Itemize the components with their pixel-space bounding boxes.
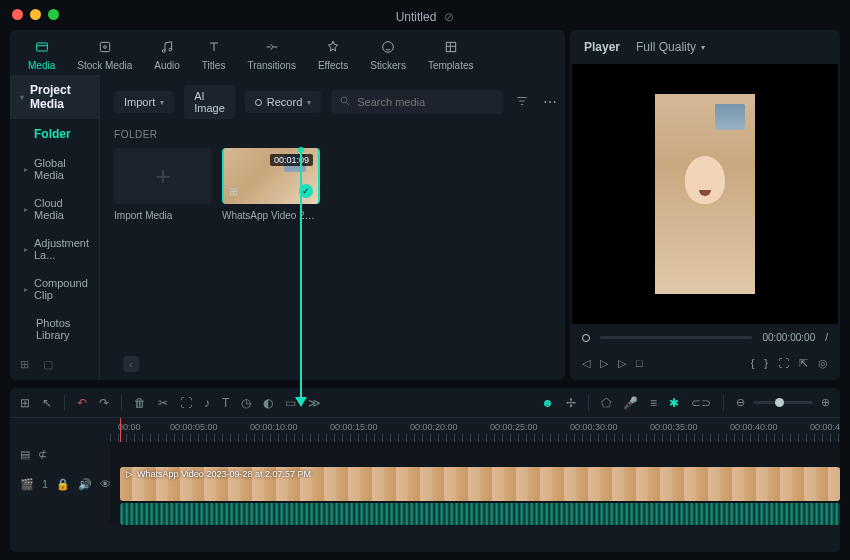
- clip-icon: ▷: [126, 469, 133, 479]
- player-label: Player: [584, 40, 620, 54]
- sidebar-item-cloud[interactable]: ▸Cloud Media: [10, 189, 99, 229]
- pointer-icon[interactable]: ↖: [42, 396, 52, 410]
- zoom-slider[interactable]: [753, 401, 813, 404]
- tab-titles[interactable]: Titles: [202, 38, 226, 71]
- text-icon[interactable]: T: [222, 396, 229, 410]
- player-viewport[interactable]: [572, 64, 838, 324]
- video-track[interactable]: 🎬 1 🔒 🔊 👁 ▷WhatsApp Video 2023-09-28 at …: [10, 466, 840, 502]
- record-button[interactable]: Record▾: [245, 91, 321, 113]
- svg-rect-6: [446, 42, 455, 51]
- sidebar-item-adjustment[interactable]: ▸Adjustment La...: [10, 229, 99, 269]
- import-button[interactable]: Import▾: [114, 91, 174, 113]
- svg-point-3: [162, 50, 165, 53]
- record-icon: [255, 99, 262, 106]
- delete-icon[interactable]: 🗑: [134, 396, 146, 410]
- track-number: 1: [42, 478, 48, 490]
- scrub-track[interactable]: [600, 336, 752, 339]
- new-folder-icon[interactable]: ⊞: [20, 358, 29, 371]
- project-media-header[interactable]: ▾Project Media: [10, 75, 99, 119]
- sidebar-item-global[interactable]: ▸Global Media: [10, 149, 99, 189]
- tab-stickers[interactable]: Stickers: [370, 38, 406, 71]
- templates-icon: [442, 38, 460, 56]
- snap-icon[interactable]: ✱: [669, 396, 679, 410]
- prev-frame-icon[interactable]: ◁: [582, 357, 590, 370]
- snapshot-icon[interactable]: ◎: [818, 357, 828, 370]
- titlebar: Untitled ⊘: [0, 10, 850, 24]
- adjust-icon[interactable]: ✢: [566, 396, 576, 410]
- audio-icon: [158, 38, 176, 56]
- tab-transitions[interactable]: Transitions: [247, 38, 296, 71]
- more-icon[interactable]: ⋯: [541, 92, 559, 112]
- playhead[interactable]: [120, 418, 121, 442]
- mute-icon[interactable]: 🔊: [78, 478, 92, 491]
- tab-media[interactable]: Media: [28, 38, 55, 71]
- scrub-bar[interactable]: 00:00:00:00 /: [570, 324, 840, 351]
- media-toolbar: Import▾ AI Image Record▾ ⋯: [114, 85, 559, 119]
- quality-dropdown[interactable]: Full Quality▾: [636, 40, 705, 54]
- tab-effects[interactable]: Effects: [318, 38, 348, 71]
- play-icon[interactable]: ▷: [600, 357, 608, 370]
- mixer-icon[interactable]: ≡: [650, 396, 657, 410]
- folder-active[interactable]: Folder: [10, 119, 99, 149]
- stop-icon[interactable]: □: [636, 357, 643, 370]
- tab-stock-media[interactable]: Stock Media: [77, 38, 132, 71]
- media-content: Import▾ AI Image Record▾ ⋯ FOLDER + Impo…: [100, 75, 573, 380]
- annotation-arrow: [300, 150, 302, 405]
- sidebar-item-compound[interactable]: ▸Compound Clip: [10, 269, 99, 309]
- link-icon[interactable]: ⊂⊃: [691, 396, 711, 410]
- crop-tool-icon[interactable]: ⛶: [180, 396, 192, 410]
- grid-icon[interactable]: ⊞: [20, 396, 30, 410]
- timeline-panel: ⊞ ↖ ↶ ↷ 🗑 ✂ ⛶ ♪ T ◷ ◐ ▭ ≫ ☻ ✢ ⬠ 🎤 ≡ ✱ ⊂⊃…: [10, 388, 840, 552]
- marker-icon[interactable]: ⬠: [601, 396, 611, 410]
- zoom-out-icon[interactable]: ⊖: [736, 396, 745, 409]
- search-icon: [339, 95, 351, 109]
- track-header-row: ▤ ⊄: [10, 442, 840, 466]
- import-media-tile[interactable]: + Import Media: [114, 148, 212, 221]
- export-icon[interactable]: ⇱: [799, 357, 808, 370]
- svg-point-4: [169, 48, 172, 51]
- svg-rect-0: [36, 43, 47, 51]
- playhead-dot[interactable]: [582, 334, 590, 342]
- ai-image-button[interactable]: AI Image: [184, 85, 235, 119]
- timecode: 00:00:00:00: [762, 332, 815, 343]
- brace-open-icon[interactable]: {: [751, 357, 755, 370]
- cut-icon[interactable]: ✂: [158, 396, 168, 410]
- mic-icon[interactable]: 🎤: [623, 396, 638, 410]
- audio-track[interactable]: [10, 502, 840, 526]
- clip-duration: 00:01:09: [270, 154, 313, 166]
- tab-audio[interactable]: Audio: [154, 38, 180, 71]
- zoom-control[interactable]: ⊖ ⊕: [736, 396, 830, 409]
- video-clip[interactable]: ▷WhatsApp Video 2023-09-28 at 2.07.57 PM: [120, 467, 840, 501]
- audio-waveform[interactable]: [120, 503, 840, 525]
- redo-icon[interactable]: ↷: [99, 396, 109, 410]
- search-field[interactable]: [331, 90, 503, 114]
- more-tools-icon[interactable]: ≫: [308, 396, 321, 410]
- search-input[interactable]: [357, 96, 495, 108]
- transitions-icon: [263, 38, 281, 56]
- undo-icon[interactable]: ↶: [77, 396, 87, 410]
- clip-thumbnail[interactable]: 00:01:09 ⊞ ✓ WhatsApp Video 202...: [222, 148, 320, 221]
- ai-tool-icon[interactable]: ☻: [541, 396, 554, 410]
- speed-icon[interactable]: ◷: [241, 396, 251, 410]
- track-view-icon[interactable]: ▤: [20, 448, 30, 461]
- play-forward-icon[interactable]: ▷: [618, 357, 626, 370]
- tracks: ▤ ⊄ 🎬 1 🔒 🔊 👁 ▷WhatsApp Video 2023-09-28…: [10, 442, 840, 526]
- zoom-in-icon[interactable]: ⊕: [821, 396, 830, 409]
- unlink-icon[interactable]: ⊄: [38, 448, 47, 461]
- music-icon[interactable]: ♪: [204, 396, 210, 410]
- expand-icon: ⊞: [229, 185, 238, 198]
- effects-icon: [324, 38, 342, 56]
- top-nav: Media Stock Media Audio Titles Transitio…: [10, 30, 565, 75]
- filter-icon[interactable]: [513, 92, 531, 113]
- color-icon[interactable]: ◐: [263, 396, 273, 410]
- sidebar-item-photos[interactable]: Photos Library: [10, 309, 99, 349]
- titles-icon: [205, 38, 223, 56]
- brace-close-icon[interactable]: }: [764, 357, 768, 370]
- lock-icon[interactable]: 🔒: [56, 478, 70, 491]
- crop-icon[interactable]: ⛶: [778, 357, 789, 370]
- folder-icon[interactable]: ▢: [43, 358, 53, 371]
- time-ruler[interactable]: 00:00 00:00:05:00 00:00:10:00 00:00:15:0…: [10, 418, 840, 442]
- media-panel: Media Stock Media Audio Titles Transitio…: [10, 30, 565, 380]
- video-preview: [655, 94, 755, 294]
- tab-templates[interactable]: Templates: [428, 38, 474, 71]
